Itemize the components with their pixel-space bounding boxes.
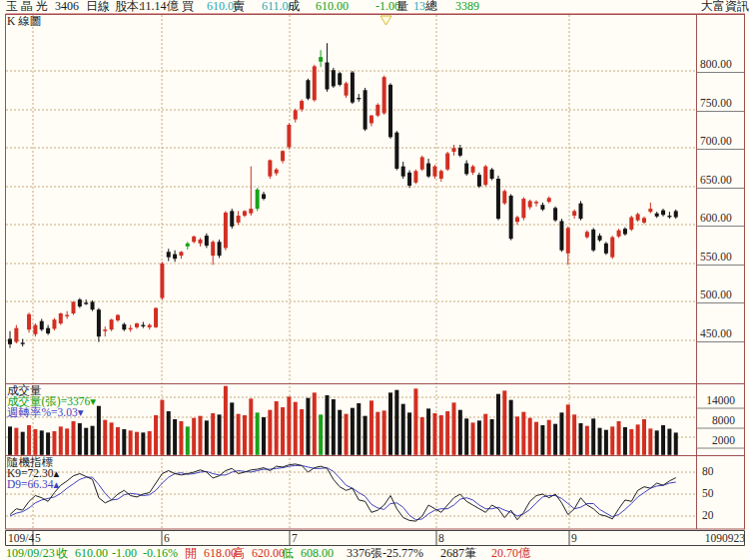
volume-tick-label: 14000 — [697, 394, 735, 406]
price-tick-label: 800.00 — [700, 58, 732, 70]
bid-label: 買 — [182, 0, 194, 13]
x-axis-month-label: 9 — [571, 532, 577, 544]
close-label: 收 — [56, 546, 68, 560]
status-change-pct: -0.16% — [143, 546, 178, 560]
open-label: 開 — [185, 546, 197, 560]
stock-code[interactable]: 3406 — [55, 0, 79, 13]
capital-label: 股本: — [115, 0, 142, 13]
x-axis-month-label: 5 — [35, 532, 41, 544]
ask-label: 賣 — [233, 0, 245, 13]
period-label[interactable]: 日線 — [86, 0, 110, 13]
price-tick-label: 500.00 — [700, 288, 732, 300]
stochastic-panel[interactable] — [6, 456, 696, 529]
price-tick-label: 450.00 — [700, 327, 732, 339]
deal-value: 610.00 — [316, 0, 349, 13]
stock-name: 玉 晶 光 — [6, 0, 48, 13]
stoch-tick-label: 80 — [702, 465, 714, 477]
x-axis-last-date-label: 1090923 — [705, 532, 745, 544]
stoch-tick-label: 50 — [702, 487, 714, 499]
volume-tick-label: 2000 — [697, 434, 735, 446]
volume-panel[interactable] — [6, 384, 696, 455]
x-axis-month-label: 109/4 — [8, 532, 34, 544]
price-tick-label: 700.00 — [700, 135, 732, 147]
low-value: 608.00 — [301, 546, 334, 560]
turnover-reading: 週轉率%=3.03▾ — [7, 407, 83, 418]
kline-panel[interactable] — [6, 15, 696, 383]
brand-logo: 大富資訊 — [701, 0, 749, 13]
low-label: 低 — [282, 546, 294, 560]
kline-panel-title: K 線圖 — [7, 16, 41, 27]
price-tick-label: 600.00 — [700, 212, 732, 224]
volume-tick-label: 8000 — [697, 414, 735, 426]
x-axis-month-label: 7 — [292, 532, 298, 544]
price-tick-label: 550.00 — [700, 251, 732, 263]
deal-label: 成 — [288, 0, 300, 13]
price-tick-label: 750.00 — [700, 97, 732, 109]
high-label: 高 — [233, 546, 245, 560]
stock-chart-window: 玉 晶 光 3406 日線 股本: 11.14億 買 610.00 賣 611.… — [0, 0, 749, 560]
total-label: 總 — [425, 0, 437, 13]
close-value: 610.00 — [75, 546, 108, 560]
volume-value: 13 — [413, 0, 425, 13]
stoch-tick-label: 20 — [702, 509, 714, 521]
status-volume-pct: 3376張-25.77% — [347, 546, 423, 560]
x-axis-month-label: 8 — [438, 532, 444, 544]
status-change: -1.00 — [112, 546, 137, 560]
price-tick-label: 650.00 — [700, 174, 732, 186]
volume-label: 量 — [396, 0, 408, 13]
high-value: 620.00 — [252, 546, 285, 560]
x-axis-month-label: 6 — [164, 532, 170, 544]
status-amount: 20.70億 — [491, 546, 530, 560]
status-trades: 2687筆 — [440, 546, 476, 560]
total-value: 3389 — [455, 0, 479, 13]
capital-value: 11.14億 — [140, 0, 179, 13]
status-date: 109/09/23 — [6, 546, 55, 560]
stoch-d-reading: D9=66.34▴ — [7, 479, 59, 490]
